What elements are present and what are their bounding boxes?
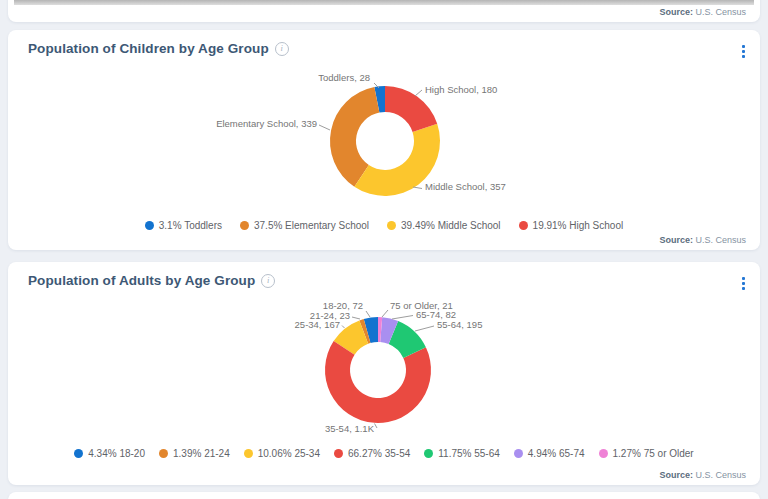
legend-item-25-34[interactable]: 10.06% 25-34 [244,448,320,459]
legend-dot [244,449,253,458]
legend-dot [599,449,608,458]
legend-item-35-54[interactable]: 66.27% 35-54 [334,448,410,459]
slice-callout-75-or-older: 75 or Older, 21 [390,300,453,311]
callout-connector [415,90,422,96]
slice-35-54[interactable] [325,341,431,423]
legend-item-55-64[interactable]: 11.75% 55-64 [424,448,500,459]
card-partial-bottom [8,492,760,499]
callout-connector [342,326,345,329]
legend-label: 4.94% 65-74 [528,448,585,459]
legend-dot [145,221,154,230]
legend-item-18-20[interactable]: 4.34% 18-20 [74,448,145,459]
source-note: Source: U.S. Census [659,7,746,17]
source-value: U.S. Census [695,470,746,480]
source-label: Source: [659,470,693,480]
legend-dot [387,221,396,230]
legend-label: 3.1% Toddlers [159,220,222,231]
callout-connector [392,316,413,320]
source-value: U.S. Census [695,7,746,17]
source-label: Source: [659,235,693,245]
legend-label: 37.5% Elementary School [254,220,369,231]
legend-label: 4.34% 18-20 [88,448,145,459]
legend-label: 1.39% 21-24 [173,448,230,459]
legend-dot [159,449,168,458]
card-children-population: Population of Children by Age Group i To… [8,30,760,250]
legend-dot [74,449,83,458]
dashboard: Source: U.S. Census Population of Childr… [0,0,768,499]
callout-connector [382,310,388,317]
scrolled-chart-remnant [14,0,754,5]
legend-label: 1.27% 75 or Older [613,448,694,459]
source-value: U.S. Census [695,235,746,245]
legend-item-high-school[interactable]: 19.91% High School [519,220,624,231]
legend-item-21-24[interactable]: 1.39% 21-24 [159,448,230,459]
slice-callout-25-34: 25-34, 167 [295,319,340,330]
legend-dot [240,221,249,230]
legend-label: 10.06% 25-34 [258,448,320,459]
callout-connector [319,125,330,130]
donut-chart-children: Toddlers, 28Elementary School, 339Middle… [8,30,760,215]
chart-legend: 3.1% Toddlers37.5% Elementary School39.4… [8,220,760,231]
legend-label: 66.27% 35-54 [348,448,410,459]
callout-connector [375,424,378,429]
legend-label: 19.91% High School [533,220,624,231]
legend-item-75-or-older[interactable]: 1.27% 75 or Older [599,448,694,459]
slice-callout-35-54: 35-54, 1.1K [325,423,375,434]
slice-callout-toddlers: Toddlers, 28 [318,72,370,83]
legend-dot [334,449,343,458]
legend-item-elementary-school[interactable]: 37.5% Elementary School [240,220,369,231]
legend-dot [424,449,433,458]
source-note: Source: U.S. Census [659,470,746,480]
legend-item-toddlers[interactable]: 3.1% Toddlers [145,220,222,231]
callout-connector [352,317,360,319]
legend-item-65-74[interactable]: 4.94% 65-74 [514,448,585,459]
card-partial-top: Source: U.S. Census [8,0,760,22]
source-note: Source: U.S. Census [659,235,746,245]
legend-label: 39.49% Middle School [401,220,501,231]
slice-callout-elementary-school: Elementary School, 339 [216,118,317,129]
chart-legend: 4.34% 18-201.39% 21-2410.06% 25-3466.27%… [8,448,760,459]
slice-callout-55-64: 55-64, 195 [437,319,482,330]
legend-item-middle-school[interactable]: 39.49% Middle School [387,220,501,231]
donut-chart-adults: 18-20, 7221-24, 2325-34, 16735-54, 1.1K5… [8,262,760,442]
source-label: Source: [659,7,693,17]
callout-connector [415,326,434,331]
legend-label: 11.75% 55-64 [438,448,500,459]
slice-callout-middle-school: Middle School, 357 [425,181,506,192]
callout-connector [413,187,422,189]
slice-callout-high-school: High School, 180 [425,84,497,95]
callout-connector [366,311,370,317]
legend-dot [519,221,528,230]
legend-dot [514,449,523,458]
card-adults-population: Population of Adults by Age Group i 18-2… [8,262,760,485]
